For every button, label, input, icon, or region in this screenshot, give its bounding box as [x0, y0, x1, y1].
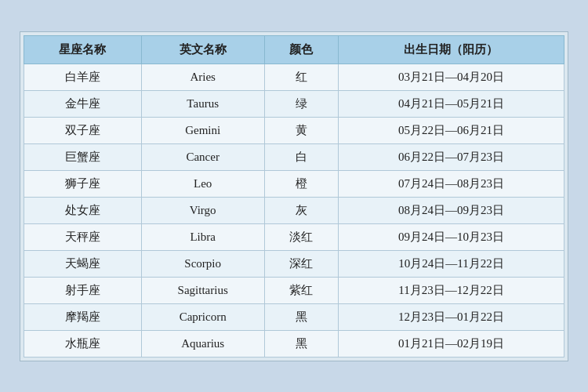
cell-color: 淡红 [264, 223, 338, 250]
table-row: 摩羯座Capricorn黑12月23日—01月22日 [24, 303, 564, 330]
cell-english-name: Virgo [141, 197, 264, 223]
col-header-dates: 出生日期（阳历） [338, 35, 564, 64]
table-row: 天秤座Libra淡红09月24日—10月23日 [24, 223, 564, 250]
cell-dates: 10月24日—11月22日 [338, 250, 564, 277]
cell-dates: 01月21日—02月19日 [338, 330, 564, 357]
cell-english-name: Leo [141, 170, 264, 197]
table-row: 狮子座Leo橙07月24日—08月23日 [24, 170, 564, 197]
col-header-chinese: 星座名称 [24, 35, 142, 64]
zodiac-table: 星座名称 英文名称 颜色 出生日期（阳历） 白羊座Aries红03月21日—04… [24, 35, 564, 358]
cell-chinese-name: 狮子座 [24, 170, 142, 197]
cell-color: 白 [264, 143, 338, 170]
cell-color: 黄 [264, 117, 338, 143]
cell-chinese-name: 摩羯座 [24, 303, 142, 330]
cell-color: 绿 [264, 90, 338, 117]
zodiac-table-container: 星座名称 英文名称 颜色 出生日期（阳历） 白羊座Aries红03月21日—04… [20, 31, 568, 361]
cell-english-name: Aries [141, 64, 264, 90]
cell-english-name: Sagittarius [141, 277, 264, 303]
col-header-color: 颜色 [264, 35, 338, 64]
cell-dates: 11月23日—12月22日 [338, 277, 564, 303]
cell-dates: 07月24日—08月23日 [338, 170, 564, 197]
cell-chinese-name: 处女座 [24, 197, 142, 223]
cell-dates: 03月21日—04月20日 [338, 64, 564, 90]
cell-english-name: Aquarius [141, 330, 264, 357]
table-row: 天蝎座Scorpio深红10月24日—11月22日 [24, 250, 564, 277]
cell-english-name: Gemini [141, 117, 264, 143]
cell-dates: 05月22日—06月21日 [338, 117, 564, 143]
cell-chinese-name: 金牛座 [24, 90, 142, 117]
cell-english-name: Capricorn [141, 303, 264, 330]
table-row: 白羊座Aries红03月21日—04月20日 [24, 64, 564, 90]
cell-dates: 12月23日—01月22日 [338, 303, 564, 330]
cell-chinese-name: 射手座 [24, 277, 142, 303]
cell-chinese-name: 天秤座 [24, 223, 142, 250]
table-header-row: 星座名称 英文名称 颜色 出生日期（阳历） [24, 35, 564, 64]
cell-chinese-name: 双子座 [24, 117, 142, 143]
cell-color: 深红 [264, 250, 338, 277]
table-row: 处女座Virgo灰08月24日—09月23日 [24, 197, 564, 223]
cell-color: 紫红 [264, 277, 338, 303]
cell-color: 灰 [264, 197, 338, 223]
cell-english-name: Libra [141, 223, 264, 250]
col-header-english: 英文名称 [141, 35, 264, 64]
cell-dates: 04月21日—05月21日 [338, 90, 564, 117]
cell-english-name: Taurus [141, 90, 264, 117]
cell-chinese-name: 白羊座 [24, 64, 142, 90]
cell-dates: 06月22日—07月23日 [338, 143, 564, 170]
table-row: 射手座Sagittarius紫红11月23日—12月22日 [24, 277, 564, 303]
table-body: 白羊座Aries红03月21日—04月20日金牛座Taurus绿04月21日—0… [24, 64, 564, 357]
cell-dates: 08月24日—09月23日 [338, 197, 564, 223]
cell-color: 黑 [264, 330, 338, 357]
cell-chinese-name: 巨蟹座 [24, 143, 142, 170]
table-row: 双子座Gemini黄05月22日—06月21日 [24, 117, 564, 143]
cell-color: 橙 [264, 170, 338, 197]
table-row: 金牛座Taurus绿04月21日—05月21日 [24, 90, 564, 117]
cell-color: 黑 [264, 303, 338, 330]
cell-color: 红 [264, 64, 338, 90]
cell-english-name: Cancer [141, 143, 264, 170]
cell-chinese-name: 水瓶座 [24, 330, 142, 357]
cell-english-name: Scorpio [141, 250, 264, 277]
cell-chinese-name: 天蝎座 [24, 250, 142, 277]
table-row: 巨蟹座Cancer白06月22日—07月23日 [24, 143, 564, 170]
cell-dates: 09月24日—10月23日 [338, 223, 564, 250]
table-row: 水瓶座Aquarius黑01月21日—02月19日 [24, 330, 564, 357]
